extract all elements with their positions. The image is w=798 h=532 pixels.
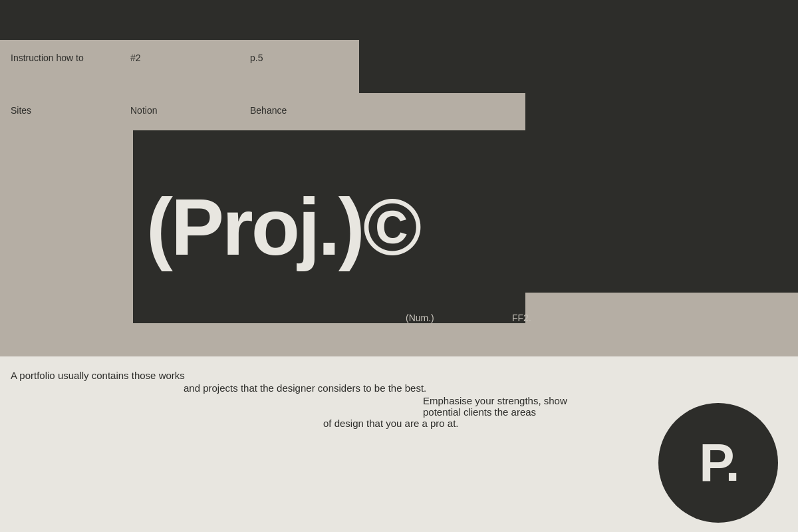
num-row: (Num.) FF2. [406, 313, 618, 323]
number-label: #2 [130, 53, 141, 63]
ff-label-col: FF2. [512, 313, 618, 323]
top-bar [0, 0, 798, 40]
page-label: p.5 [250, 53, 263, 63]
p-circle: P. [658, 403, 778, 523]
bottom-section: A portfolio usually contains those works… [0, 356, 798, 529]
instruction-col: Instruction how to [11, 52, 130, 64]
number-col: #2 [130, 52, 250, 64]
sites-col: Sites [11, 104, 130, 116]
notion-col: Notion [130, 104, 250, 116]
main-content: (Proj.)© (Num.) FF2. [0, 130, 798, 356]
notion-label: Notion [130, 105, 157, 116]
num-label: (Num.) [406, 313, 434, 323]
bottom-line-1: A portfolio usually contains those works [11, 370, 787, 381]
sites-label: Sites [11, 105, 31, 116]
p-circle-label: P. [699, 432, 737, 493]
proj-title: (Proj.)© [146, 187, 420, 267]
dark-bg-right [525, 40, 798, 293]
page-col: p.5 [250, 52, 370, 64]
instruction-label: Instruction how to [11, 53, 84, 63]
behance-label: Behance [250, 105, 287, 116]
bottom-line-2: and projects that the designer considers… [184, 382, 787, 394]
proj-block: (Proj.)© [133, 130, 525, 323]
num-label-col: (Num.) [406, 313, 512, 323]
ff-label: FF2. [512, 313, 531, 323]
